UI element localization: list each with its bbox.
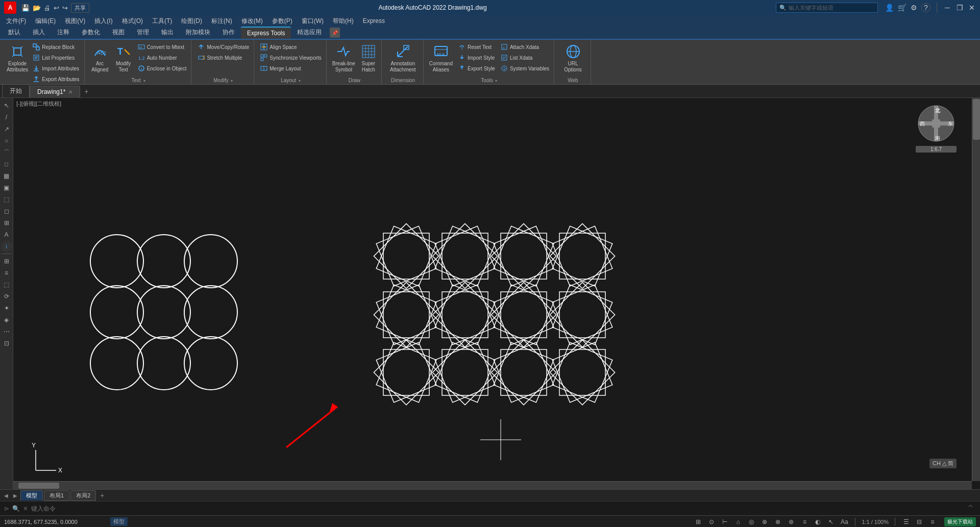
url-options-button[interactable]: URLOptions — [562, 42, 583, 74]
stretch-multiple-button[interactable]: Stretch Multiple — [195, 53, 251, 63]
move-copy-rotate-button[interactable]: Move/Copy/Rotate — [195, 42, 251, 52]
align-space-button[interactable]: Align Space — [258, 42, 323, 52]
table-tool[interactable]: ⊞ — [1, 217, 12, 229]
model-tab-layout2[interactable]: 布局2 — [70, 490, 96, 501]
system-variables-button[interactable]: S System Variables — [499, 63, 551, 73]
tab-featured[interactable]: 精选应用 — [291, 26, 328, 39]
tab-annotate[interactable]: 注释 — [51, 26, 76, 39]
menu-insert[interactable]: 插入(I) — [90, 16, 116, 27]
tab-insert[interactable]: 插入 — [27, 26, 51, 39]
super-hatch-button[interactable]: SuperHatch — [359, 42, 378, 74]
doc-tab-start[interactable]: 开始 — [2, 84, 30, 97]
workspace-icon[interactable]: ☰ — [901, 517, 911, 526]
auto-number-button[interactable]: 1,2 Auto Number — [136, 53, 188, 63]
canvas-content[interactable]: [-][俯视][二维线框] Y X — [13, 98, 972, 481]
boundary-tool[interactable]: ⬚ — [1, 194, 12, 205]
scale-display[interactable]: 1:1 / 100% — [862, 519, 889, 525]
misc-tool-3[interactable]: ⋯ — [1, 326, 12, 337]
otrack-icon[interactable]: ⊕ — [760, 517, 769, 526]
merge-layout-button[interactable]: Merge Layout — [258, 63, 323, 73]
selection-icon[interactable]: ↖ — [826, 517, 836, 526]
tab-manage[interactable]: 管理 — [131, 26, 155, 39]
list-properties-button[interactable]: List Properties — [31, 53, 81, 63]
osnap-icon[interactable]: ◎ — [747, 517, 756, 526]
menu-draw[interactable]: 绘图(D) — [177, 16, 206, 27]
quick-access-open[interactable]: 📂 — [33, 4, 41, 12]
quick-access-save[interactable]: 💾 — [21, 4, 30, 12]
user-icon[interactable]: 👤 — [885, 4, 894, 12]
close-button[interactable]: ✕ — [968, 4, 976, 12]
list-xdata-button[interactable]: List Xdata — [499, 53, 551, 63]
add-layout-button[interactable]: + — [98, 491, 106, 499]
misc-tool-4[interactable]: ⊡ — [1, 338, 12, 349]
menu-help[interactable]: 帮助(H) — [329, 16, 358, 27]
menu-file[interactable]: 文件(F) — [2, 16, 30, 27]
tab-addins[interactable]: 附加模块 — [180, 26, 216, 39]
menu-view[interactable]: 视图(V) — [61, 16, 89, 27]
ducs-icon[interactable]: ⊗ — [773, 517, 782, 526]
match-tool[interactable]: ⟳ — [1, 291, 12, 302]
tab-express[interactable]: Express Tools — [241, 27, 291, 39]
cmd-expand-icon[interactable]: ⌃ — [966, 503, 975, 515]
cart-icon[interactable]: 🛒 — [898, 4, 906, 12]
bottom-scrollbar[interactable] — [8, 481, 972, 489]
region-tool[interactable]: ◻ — [1, 206, 12, 217]
new-doc-button[interactable]: + — [80, 85, 92, 97]
model-tab-model[interactable]: 模型 — [20, 490, 43, 500]
model-tab-layout1[interactable]: 布局1 — [44, 490, 69, 501]
misc-tool-1[interactable]: ✦ — [1, 303, 12, 314]
quick-access-print[interactable]: 🖨 — [44, 4, 51, 12]
properties-tool[interactable]: ⊞ — [1, 256, 12, 267]
layout-arrow-left[interactable]: ◀ — [2, 491, 10, 499]
groups-tool[interactable]: ⬚ — [1, 279, 12, 290]
minimize-button[interactable]: ─ — [943, 4, 951, 12]
ribbon-pin-button[interactable]: 📌 — [330, 28, 340, 38]
hatch-tool[interactable]: ▦ — [1, 170, 12, 182]
gradient-tool[interactable]: ▣ — [1, 182, 12, 193]
export-style-button[interactable]: Export Style — [456, 63, 497, 73]
modify-text-button[interactable]: T ModifyText — [112, 42, 135, 74]
mtext-tool[interactable]: A — [1, 229, 12, 240]
scrollbar-thumb-v[interactable] — [973, 99, 980, 140]
enclose-object-button[interactable]: A Enclose in Object — [136, 63, 188, 73]
insert-tool[interactable]: i — [1, 241, 12, 252]
scrollbar-thumb-h[interactable] — [18, 483, 59, 489]
menu-edit[interactable]: 编辑(E) — [31, 16, 60, 27]
sync-viewports-button[interactable]: Synchronize Viewports — [258, 53, 323, 63]
ui-icon[interactable]: ⊟ — [915, 517, 924, 526]
menu-format[interactable]: 格式(O) — [118, 16, 147, 27]
annotate-icon[interactable]: Aa — [840, 517, 849, 526]
convert-mtext-button[interactable]: M Convert to Mtext — [136, 42, 188, 52]
menu-tools[interactable]: 工具(T) — [148, 16, 176, 27]
snap-icon[interactable]: ⊙ — [707, 517, 716, 526]
layers-tool[interactable]: ≡ — [1, 267, 12, 279]
grid-icon[interactable]: ⊞ — [694, 517, 703, 526]
replace-block-button[interactable]: Replace Block — [31, 42, 81, 52]
arc-aligned-button[interactable]: ABc ArcAligned — [89, 42, 111, 74]
autocad-logo[interactable]: A — [4, 2, 16, 14]
import-attributes-button[interactable]: Import Attributes — [31, 63, 81, 73]
share-button[interactable]: 共享 — [71, 3, 89, 13]
restore-button[interactable]: ❐ — [955, 4, 964, 12]
circle-tool[interactable]: ○ — [1, 135, 12, 146]
polyline-tool[interactable]: ↗ — [1, 123, 12, 135]
quick-access-redo[interactable]: ↪ — [62, 4, 68, 12]
command-input[interactable] — [31, 505, 963, 512]
tab-output[interactable]: 输出 — [155, 26, 180, 39]
dyn-icon[interactable]: ⊛ — [787, 517, 796, 526]
bottom-right-logo[interactable]: 极光下载站 — [944, 517, 976, 526]
arc-tool[interactable]: ⌒ — [1, 147, 12, 158]
breakline-symbol-button[interactable]: Break-lineSymbol — [331, 42, 357, 74]
tab-collab[interactable]: 协作 — [216, 26, 241, 39]
polar-icon[interactable]: ⌂ — [733, 517, 743, 526]
transparency-icon[interactable]: ◐ — [813, 517, 822, 526]
doc-tab-drawing1[interactable]: Drawing1* ✕ — [30, 86, 80, 97]
toolbar-icon[interactable]: ≡ — [928, 517, 937, 526]
selection-tool[interactable]: ↖ — [1, 100, 12, 111]
tab-parametric[interactable]: 参数化 — [76, 26, 106, 39]
annotation-attachment-button[interactable]: AnnotationAttachment — [388, 42, 418, 74]
menu-express[interactable]: Express — [359, 16, 389, 26]
layout-arrow-right[interactable]: ▶ — [11, 491, 19, 499]
attach-xdata-button[interactable]: X Attach Xdata — [499, 42, 551, 52]
settings-icon[interactable]: ⚙ — [911, 4, 917, 12]
